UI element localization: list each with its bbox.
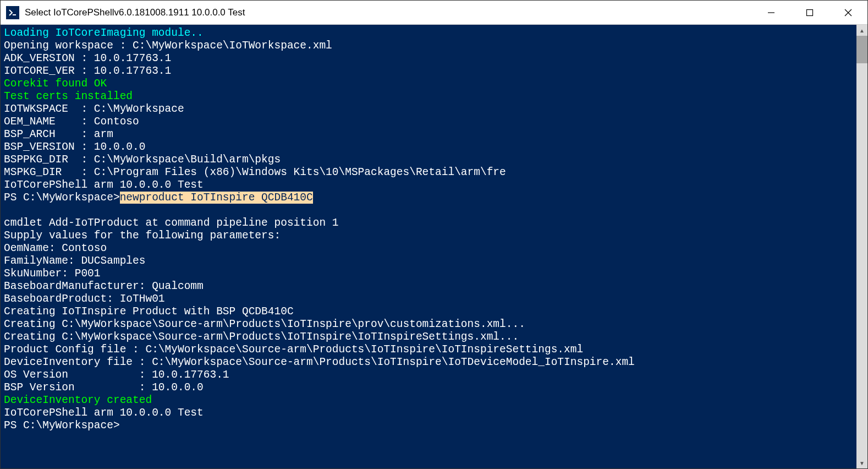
terminal-line: ADK_VERSION : 10.0.17763.1 — [4, 52, 171, 64]
terminal-line: BSP_VERSION : 10.0.0.0 — [4, 141, 145, 153]
terminal-line: FamilyName: DUCSamples — [4, 255, 145, 267]
terminal-line: Opening workspace : C:\MyWorkspace\IoTWo… — [4, 40, 332, 52]
terminal-line: MSPKG_DIR : C:\Program Files (x86)\Windo… — [4, 166, 506, 178]
powershell-icon — [6, 6, 19, 19]
terminal-line: SkuNumber: P001 — [4, 268, 101, 280]
terminal-line: Corekit found OK — [4, 78, 107, 90]
terminal-line: cmdlet Add-IoTProduct at command pipelin… — [4, 217, 339, 229]
terminal-output[interactable]: Loading IoTCoreImaging module.. Opening … — [1, 25, 856, 468]
terminal-line: Loading IoTCoreImaging module.. — [4, 27, 204, 39]
terminal-line: BSP_ARCH : arm — [4, 128, 113, 140]
terminal-line: IoTCorePShell arm 10.0.0.0 Test — [4, 179, 204, 191]
terminal-line: BSP Version : 10.0.0.0 — [4, 381, 204, 394]
terminal-line: Creating C:\MyWorkspace\Source-arm\Produ… — [4, 318, 525, 330]
terminal-prompt: PS C:\MyWorkspace> — [4, 419, 120, 432]
scrollbar[interactable]: ▲ ▼ — [856, 25, 867, 468]
scroll-down-arrow[interactable]: ▼ — [856, 457, 867, 468]
close-button[interactable] — [829, 1, 867, 24]
terminal-line: Creating IoTInspire Product with BSP QCD… — [4, 306, 294, 318]
terminal-line: OEM_NAME : Contoso — [4, 116, 139, 128]
terminal-line: DeviceInventory file : C:\MyWorkspace\So… — [4, 356, 635, 368]
window-title: Select IoTCorePShellv6.0.181008.1911 10.… — [25, 7, 752, 18]
maximize-button[interactable] — [790, 1, 829, 24]
terminal-line: Creating C:\MyWorkspace\Source-arm\Produ… — [4, 331, 519, 343]
terminal-line: Supply values for the following paramete… — [4, 230, 281, 242]
terminal-line: Product Config file : C:\MyWorkspace\Sou… — [4, 343, 583, 356]
terminal-line: IOTCORE_VER : 10.0.17763.1 — [4, 65, 171, 77]
scroll-thumb[interactable] — [856, 36, 867, 63]
scroll-up-arrow[interactable]: ▲ — [856, 25, 867, 36]
terminal-line: IoTCorePShell arm 10.0.0.0 Test — [4, 407, 204, 419]
terminal-command: newproduct IoTInspire QCDB410C — [120, 192, 313, 204]
terminal-line: BSPPKG_DIR : C:\MyWorkspace\Build\arm\pk… — [4, 154, 281, 166]
terminal-line: OemName: Contoso — [4, 242, 107, 254]
terminal-line: BaseboardProduct: IoTHw01 — [4, 293, 165, 305]
svg-rect-2 — [807, 9, 813, 15]
minimize-button[interactable] — [752, 1, 790, 24]
window-controls — [752, 1, 867, 24]
window-titlebar[interactable]: Select IoTCorePShellv6.0.181008.1911 10.… — [1, 1, 867, 25]
terminal-line: BaseboardManufacturer: Qualcomm — [4, 280, 204, 292]
terminal-prompt: PS C:\MyWorkspace> — [4, 192, 120, 204]
terminal-line: IOTWKSPACE : C:\MyWorkspace — [4, 103, 184, 115]
terminal-line: OS Version : 10.0.17763.1 — [4, 369, 229, 381]
terminal-line: DeviceInventory created — [4, 394, 152, 406]
terminal-line: Test certs installed — [4, 90, 133, 102]
